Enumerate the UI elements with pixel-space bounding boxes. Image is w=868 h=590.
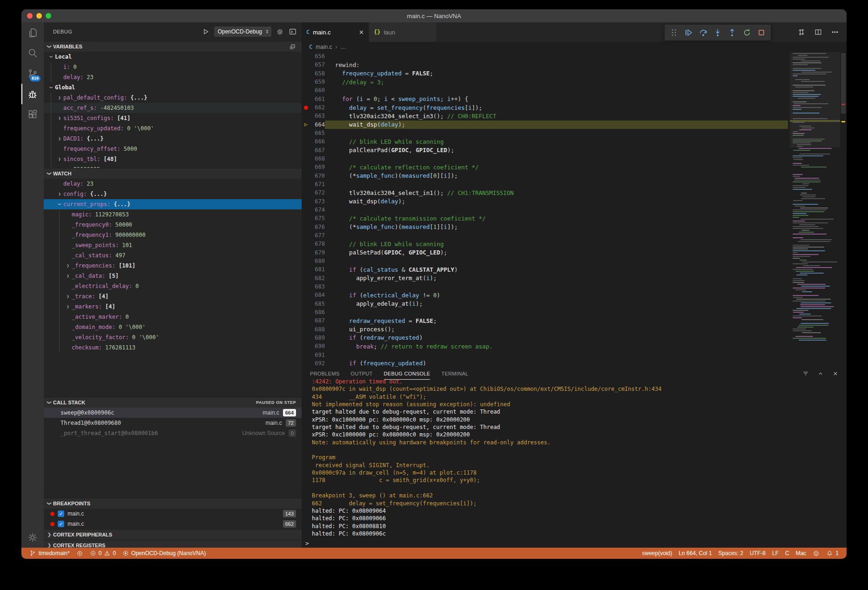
variable-row[interactable]: _cal_status:497 — [44, 250, 302, 261]
variable-row[interactable]: …:83600005 — [44, 164, 302, 168]
continue-button[interactable] — [683, 27, 694, 38]
gutter[interactable]: 668 — [302, 155, 325, 162]
code-line-677[interactable]: 677 — [302, 231, 788, 240]
gutter[interactable]: 663 — [302, 113, 325, 119]
open-debug-console-icon[interactable] — [289, 27, 297, 36]
step-into-button[interactable] — [712, 27, 723, 38]
code-line-665[interactable]: 665 — [302, 129, 788, 137]
variable-row[interactable]: _electrical_delay:0 — [44, 281, 302, 291]
variable-row[interactable]: _velocity_factor:0 '\000' — [44, 332, 302, 342]
chevron-right-icon[interactable] — [56, 116, 63, 121]
split-editor-icon[interactable] — [814, 28, 822, 36]
watch-section-header[interactable]: WATCH — [44, 168, 302, 179]
debug-settings-gear-icon[interactable] — [276, 28, 284, 36]
code-line-663[interactable]: 663 tlv320aic3204_select_in3(); // CH0:R… — [302, 112, 788, 120]
gutter[interactable]: 672 — [302, 189, 325, 196]
chevron-down-icon[interactable] — [47, 85, 55, 90]
variable-row[interactable]: _sweep_points:101 — [44, 240, 302, 250]
variable-row[interactable]: _active_marker:0 — [44, 312, 302, 322]
chevron-right-icon[interactable] — [56, 157, 63, 161]
gutter[interactable]: 689 — [302, 335, 325, 341]
status-symbol[interactable]: sweep(void) — [639, 548, 675, 559]
breakpoint-row[interactable]: main.c662 — [44, 519, 302, 529]
zoom-window-button[interactable] — [46, 13, 51, 19]
status-language-mode[interactable]: C — [782, 548, 793, 559]
editor-tab-main.c[interactable]: Cmain.c — [302, 22, 369, 42]
breakpoints-section-header[interactable]: BREAKPOINTS — [44, 498, 302, 509]
code-line-684[interactable]: 684 if (electrical_delay != 0) — [302, 291, 788, 299]
chevron-down-icon[interactable] — [56, 202, 63, 207]
status-problems[interactable]: 00 — [87, 548, 119, 559]
variable-row[interactable]: _frequencies:[101] — [44, 261, 302, 271]
breakpoint-checkbox[interactable] — [58, 521, 64, 527]
variable-row[interactable]: _domain_mode:0 '\000' — [44, 322, 302, 332]
launch-config-dropdown[interactable]: OpenOCD-Debug ▲▼ — [214, 27, 271, 37]
gutter[interactable]: 673 — [302, 198, 325, 205]
chevron-right-icon[interactable] — [64, 263, 72, 268]
minimap[interactable] — [790, 52, 840, 368]
close-window-button[interactable] — [27, 13, 33, 19]
chevron-right-icon[interactable] — [56, 136, 63, 141]
code-line-691[interactable]: 691 — [302, 350, 788, 359]
code-line-661[interactable]: 661 for (i = 0; i < sweep_points; i++) { — [302, 95, 788, 103]
restart-button[interactable] — [741, 27, 753, 38]
status-notifications[interactable]: 1 — [823, 548, 842, 559]
variable-row[interactable]: _frequency1:900000000 — [44, 230, 302, 240]
code-line-674[interactable]: 674 — [302, 206, 788, 214]
gutter[interactable]: 659 — [302, 79, 325, 85]
gutter[interactable]: 680 — [302, 258, 325, 264]
gutter[interactable]: 660 — [302, 87, 325, 94]
breakpoint-row[interactable]: main.c143 — [44, 509, 302, 519]
code-line-675[interactable]: 675 /* calculate transmission coeficient… — [302, 214, 788, 222]
gutter[interactable]: 658 — [302, 70, 325, 77]
gutter[interactable]: 684 — [302, 292, 325, 298]
status-branch[interactable]: timedomain* — [26, 548, 73, 559]
gutter[interactable]: 674 — [302, 207, 325, 213]
filter-icon[interactable] — [802, 370, 809, 377]
chevron-right-icon[interactable] — [64, 294, 72, 299]
gutter[interactable]: 670 — [302, 173, 325, 179]
more-actions-icon[interactable] — [831, 28, 839, 36]
code-line-667[interactable]: 667 palClearPad(GPIOC, GPIOC_LED); — [302, 146, 788, 154]
code-line-685[interactable]: 685 apply_edelay_at(i); — [302, 300, 788, 308]
stack-frame[interactable]: sweep@0x0800906cmain.c664 — [44, 408, 302, 418]
status-cursor-position[interactable]: Ln 664, Col 1 — [675, 548, 715, 559]
code-line-672[interactable]: 672 tlv320aic3204_select_in1(); // CH1:T… — [302, 188, 788, 197]
chevron-right-icon[interactable] — [64, 304, 72, 309]
collapse-panel-icon[interactable] — [817, 370, 824, 377]
editor-tab-launch.json[interactable]: {}laun — [369, 22, 437, 42]
variable-row[interactable]: current_props:{...} — [44, 199, 302, 209]
chevron-right-icon[interactable] — [56, 192, 63, 196]
variable-row[interactable]: _frequency0:50000 — [44, 220, 302, 230]
variable-row[interactable]: si5351_configs:[41] — [44, 113, 302, 123]
code-line-676[interactable]: 676 (*sample_func)(measured[1][i]); — [302, 223, 788, 231]
open-changes-icon[interactable] — [797, 28, 806, 36]
gutter[interactable]: 671 — [302, 181, 325, 188]
breakpoint-dot-icon[interactable] — [304, 106, 308, 110]
code-line-669[interactable]: 669 /* calculate reflection coeficient *… — [302, 163, 788, 171]
status-eol[interactable]: LF — [769, 548, 782, 559]
code-line-680[interactable]: 680 — [302, 257, 788, 265]
breadcrumb[interactable]: C main.c … — [302, 42, 847, 52]
gutter[interactable]: 681 — [302, 266, 325, 273]
gutter[interactable]: 661 — [302, 96, 325, 102]
gutter[interactable]: 677 — [302, 232, 325, 239]
scope-row[interactable]: Local — [44, 52, 302, 62]
step-out-button[interactable] — [727, 27, 738, 38]
code-line-692[interactable]: 692 if (frequency_updated) — [302, 359, 788, 368]
variable-row[interactable]: frequency_offset:5000 — [44, 144, 302, 154]
code-line-687[interactable]: 687 redraw_requested = FALSE; — [302, 316, 788, 325]
code-line-688[interactable]: 688 ui_process(); — [302, 325, 788, 334]
gutter[interactable]: 679 — [302, 249, 325, 256]
variable-row[interactable]: frequency_updated:0 '\000' — [44, 123, 302, 134]
editor-scrollbar[interactable] — [840, 52, 847, 368]
gutter[interactable]: 686 — [302, 309, 325, 315]
variable-row[interactable]: sincos_tbl:[48] — [44, 154, 302, 164]
variable-row[interactable]: i:0 — [44, 62, 302, 72]
code-line-659[interactable]: 659 //delay = 3; — [302, 78, 788, 86]
code-line-658[interactable]: 658 frequency_updated = FALSE; — [302, 69, 788, 78]
gutter[interactable]: 676 — [302, 224, 325, 230]
gutter[interactable]: 678 — [302, 241, 325, 247]
code-line-689[interactable]: 689 if (redraw_requested) — [302, 334, 788, 342]
gutter[interactable]: 662 — [302, 104, 325, 111]
